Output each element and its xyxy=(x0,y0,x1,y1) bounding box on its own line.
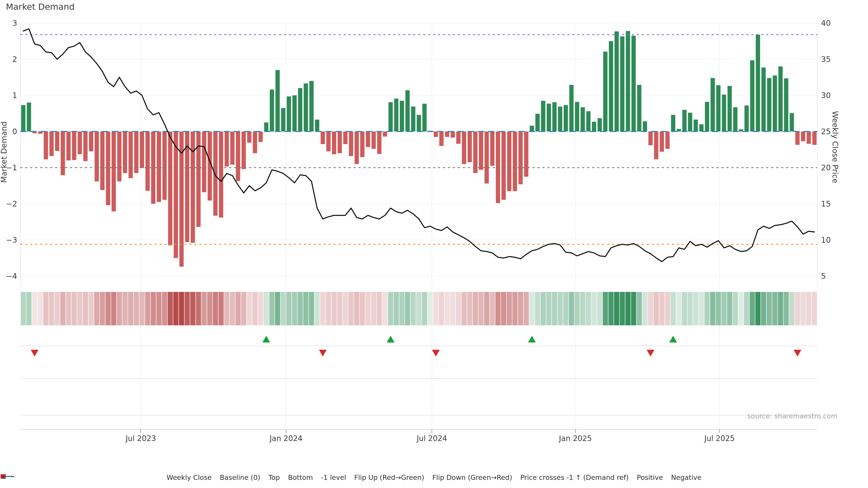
heatmap-cell xyxy=(755,292,761,325)
x-tick-label: Jul 2023 xyxy=(125,434,156,443)
right-tick-label: 20 xyxy=(821,163,831,172)
demand-bar xyxy=(756,35,760,131)
heatmap-cell xyxy=(264,292,269,325)
demand-bar xyxy=(631,36,636,131)
demand-bar xyxy=(620,36,625,131)
demand-bar xyxy=(230,131,235,165)
heatmap-cell xyxy=(772,292,778,325)
heatmap-cell xyxy=(795,292,800,325)
demand-bar xyxy=(270,90,274,131)
heatmap-cell xyxy=(637,292,642,325)
demand-bar xyxy=(456,131,461,144)
demand-bar xyxy=(473,131,477,173)
demand-bar xyxy=(716,85,721,131)
demand-bar xyxy=(327,131,331,151)
flip-down-marker xyxy=(319,350,327,357)
demand-bar xyxy=(694,120,698,131)
demand-bar xyxy=(767,78,772,131)
demand-bar xyxy=(27,103,31,131)
heatmap-cell xyxy=(631,292,636,325)
demand-bar xyxy=(213,131,218,216)
legend-item: Flip Up (Red→Green) xyxy=(354,474,424,482)
heatmap-cell xyxy=(682,292,687,325)
demand-bar xyxy=(445,131,450,137)
demand-bar xyxy=(507,131,512,191)
demand-bar xyxy=(665,131,670,149)
demand-bar xyxy=(553,102,557,131)
heatmap-cell xyxy=(688,292,693,325)
demand-bar xyxy=(790,113,794,131)
heatmap-cell xyxy=(558,292,563,325)
heatmap-cell xyxy=(467,292,472,325)
heatmap-cell xyxy=(710,292,715,325)
right-tick-label: 10 xyxy=(821,235,831,245)
demand-bar xyxy=(451,131,455,138)
heatmap-cell xyxy=(26,292,32,325)
demand-bar xyxy=(174,131,178,258)
heatmap-cell xyxy=(286,292,291,325)
demand-bar xyxy=(332,131,336,154)
heatmap-cell xyxy=(422,292,427,325)
heatmap-cell xyxy=(236,292,241,325)
heatmap-cell xyxy=(196,292,201,325)
legend-item-label: Flip Down (Green→Red) xyxy=(432,474,512,482)
left-tick-label: −2 xyxy=(6,199,17,208)
heatmap-cell xyxy=(778,292,783,325)
legend-item-label: Bottom xyxy=(288,474,313,482)
demand-bar xyxy=(84,131,88,161)
heatmap-cell xyxy=(292,292,297,325)
demand-bar xyxy=(727,86,732,131)
heatmap-cell xyxy=(258,292,264,325)
demand-bar xyxy=(366,131,370,147)
demand-bar xyxy=(202,131,206,192)
demand-bar xyxy=(146,131,150,191)
demand-bar xyxy=(66,131,71,160)
legend-item: Negative xyxy=(671,474,702,482)
heatmap-cell xyxy=(767,292,772,325)
heatmap-cell xyxy=(450,292,456,325)
heatmap-cell xyxy=(665,292,670,325)
demand-bar xyxy=(292,95,297,131)
legend-item: Flip Down (Green→Red) xyxy=(432,474,512,482)
x-tick-label: Jan 2024 xyxy=(269,434,303,443)
demand-bars xyxy=(21,31,817,267)
legend-item-label: Baseline (0) xyxy=(220,474,260,482)
heatmap-cell xyxy=(733,292,738,325)
demand-bar xyxy=(236,131,240,181)
heatmap-cell xyxy=(428,292,433,325)
heatmap-cell xyxy=(77,292,83,325)
demand-bar xyxy=(281,108,285,131)
heatmap-cell xyxy=(433,292,438,325)
heatmap-cell xyxy=(348,292,354,325)
demand-bar xyxy=(598,118,602,131)
heatmap-cell xyxy=(371,292,376,325)
demand-bar xyxy=(688,113,692,131)
heatmap-cell xyxy=(484,292,489,325)
heatmap-cell xyxy=(105,292,111,325)
legend-item-label: Positive xyxy=(637,474,663,482)
heatmap-cell xyxy=(609,292,614,325)
demand-bar xyxy=(722,95,726,131)
heatmap-cell xyxy=(671,292,676,325)
demand-bar xyxy=(343,131,348,144)
demand-bar xyxy=(569,85,574,131)
flip-up-marker xyxy=(387,336,395,343)
right-tick-label: 25 xyxy=(821,127,831,136)
demand-heatmap-strip xyxy=(21,292,817,325)
demand-bar xyxy=(242,131,246,169)
heatmap-cell xyxy=(716,292,721,325)
heatmap-cell xyxy=(83,292,88,325)
legend-item: Top xyxy=(269,474,280,482)
legend-item: -1 level xyxy=(321,474,346,482)
heatmap-cell xyxy=(513,292,518,325)
heatmap-cell xyxy=(676,292,682,325)
right-tick-label: 30 xyxy=(821,91,831,100)
demand-bar xyxy=(287,96,291,131)
demand-bar xyxy=(338,131,342,153)
heatmap-cell xyxy=(140,292,145,325)
heatmap-cell xyxy=(739,292,744,325)
market-demand-chart: Jul 2023Jan 2024Jul 2024Jan 2025Jul 2025… xyxy=(0,0,868,488)
legend-item: Baseline (0) xyxy=(220,474,260,482)
heatmap-cell xyxy=(55,292,60,325)
heatmap-cell xyxy=(111,292,116,325)
